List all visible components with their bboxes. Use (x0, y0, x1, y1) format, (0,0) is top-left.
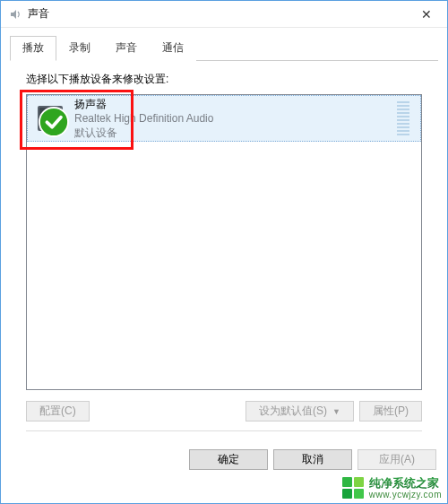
tab-recording[interactable]: 录制 (56, 36, 103, 61)
properties-button: 属性(P) (359, 401, 422, 421)
footer-divider (26, 430, 422, 431)
tab-communications[interactable]: 通信 (150, 36, 196, 61)
device-row-speakers[interactable]: 扬声器 Realtek High Definition Audio 默认设备 (27, 95, 421, 142)
configure-button: 配置(C) (26, 401, 90, 421)
dialog-footer: 确定 取消 应用(A) (1, 449, 447, 481)
device-list[interactable]: 扬声器 Realtek High Definition Audio 默认设备 (26, 94, 422, 390)
tab-playback[interactable]: 播放 (10, 36, 56, 61)
watermark-url: www.ycwjzy.com (369, 490, 442, 500)
window-title: 声音 (28, 6, 406, 22)
instruction-text: 选择以下播放设备来修改设置: (26, 72, 422, 87)
tab-content-playback: 选择以下播放设备来修改设置: (10, 61, 438, 449)
sound-app-icon (8, 7, 22, 22)
titlebar: 声音 ✕ (1, 1, 447, 28)
tab-strip: 播放 录制 声音 通信 (10, 35, 438, 61)
close-button[interactable]: ✕ (406, 1, 447, 27)
cancel-button[interactable]: 取消 (273, 449, 352, 470)
speaker-icon (35, 103, 65, 134)
svg-point-6 (39, 108, 68, 136)
default-device-check-icon (39, 107, 69, 137)
close-icon: ✕ (421, 7, 432, 22)
chevron-down-icon: ▼ (332, 407, 340, 416)
device-name: 扬声器 (74, 97, 388, 111)
sound-dialog: 声音 ✕ 播放 录制 声音 通信 选择以下播放设备来修改设置: (0, 0, 448, 504)
device-buttons-row: 配置(C) 设为默认值(S) ▼ 属性(P) (26, 401, 422, 421)
device-status: 默认设备 (74, 126, 388, 140)
device-text: 扬声器 Realtek High Definition Audio 默认设备 (74, 97, 388, 141)
device-subtitle: Realtek High Definition Audio (74, 111, 388, 126)
level-meter (397, 101, 409, 135)
set-default-button: 设为默认值(S) ▼ (246, 401, 354, 421)
ok-button[interactable]: 确定 (189, 449, 268, 470)
tab-area: 播放 录制 声音 通信 选择以下播放设备来修改设置: (1, 28, 447, 449)
tab-sounds[interactable]: 声音 (103, 36, 150, 61)
apply-button: 应用(A) (358, 449, 436, 470)
